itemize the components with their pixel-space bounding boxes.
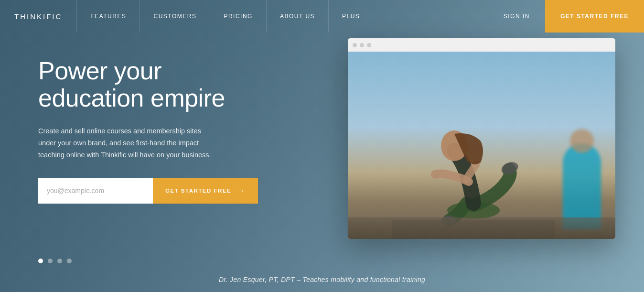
hero-content: Power your education empire Create and s… (38, 57, 272, 204)
fitness-figure (392, 57, 555, 239)
nav-features[interactable]: FEATURES (76, 0, 140, 32)
nav-about-us[interactable]: ABOUT US (266, 0, 328, 32)
hero-section: THINKIFIC FEATURES CUSTOMERS PRICING ABO… (0, 0, 644, 292)
browser-mockup (348, 38, 615, 239)
carousel-dot-4[interactable] (67, 259, 72, 263)
carousel-dot-2[interactable] (48, 259, 53, 263)
hero-form: GET STARTED FREE → (38, 178, 272, 204)
navigation: THINKIFIC FEATURES CUSTOMERS PRICING ABO… (0, 0, 644, 32)
background-person (563, 143, 601, 229)
ground (348, 217, 615, 239)
email-input[interactable] (38, 178, 153, 204)
nav-right: SIGN IN GET STARTED FREE (488, 0, 644, 32)
hero-cta-button[interactable]: GET STARTED FREE → (153, 178, 258, 204)
hero-title: Power your education empire (38, 57, 272, 112)
carousel-dot-3[interactable] (57, 259, 62, 263)
hero-caption: Dr. Jen Esquer, PT, DPT – Teaches mobili… (219, 276, 425, 283)
logo[interactable]: THINKIFIC (0, 0, 76, 32)
browser-content (348, 52, 615, 239)
carousel-dot-1[interactable] (38, 259, 43, 263)
carousel-dots (38, 259, 72, 263)
signin-button[interactable]: SIGN IN (488, 0, 545, 32)
browser-dot-2 (360, 43, 364, 47)
nav-pricing[interactable]: PRICING (210, 0, 266, 32)
nav-plus[interactable]: PLUS (328, 0, 373, 32)
brand-name: THINKIFIC (14, 12, 62, 21)
hero-subtitle: Create and sell online courses and membe… (38, 125, 220, 161)
arrow-icon: → (236, 186, 246, 196)
svg-point-3 (500, 160, 520, 177)
nav-cta-button[interactable]: GET STARTED FREE (545, 0, 644, 32)
nav-customers[interactable]: CUSTOMERS (140, 0, 210, 32)
nav-links: FEATURES CUSTOMERS PRICING ABOUT US PLUS (76, 0, 487, 32)
browser-dot-1 (353, 43, 357, 47)
browser-dot-3 (367, 43, 371, 47)
browser-bar (348, 38, 615, 52)
